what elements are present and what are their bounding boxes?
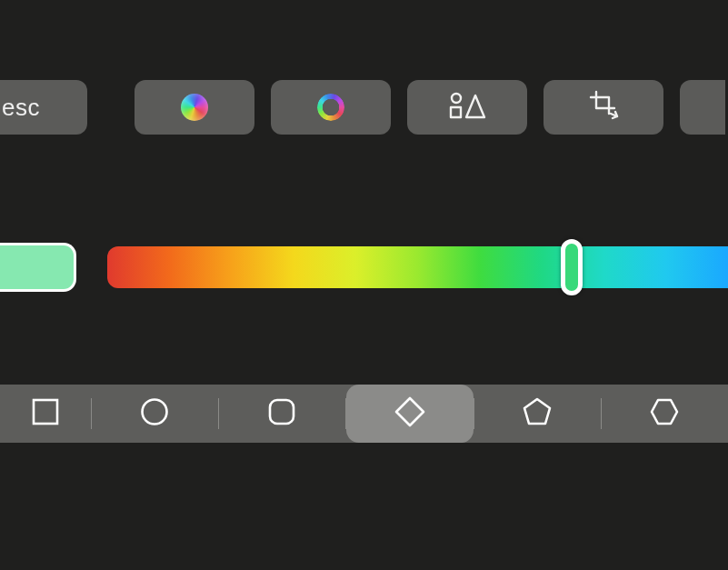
- shapes-button[interactable]: [407, 80, 527, 135]
- stroke-color-button[interactable]: [271, 80, 391, 135]
- hue-row: [0, 239, 728, 295]
- shapes-bar: [0, 385, 728, 443]
- shape-pentagon[interactable]: [474, 385, 601, 443]
- color-disc-icon: [181, 94, 208, 121]
- crop-icon: [587, 90, 620, 125]
- crop-button[interactable]: [544, 80, 663, 135]
- shape-rounded-square[interactable]: [218, 385, 345, 443]
- fill-color-button[interactable]: [135, 80, 254, 135]
- svg-point-3: [143, 400, 167, 425]
- rounded-square-icon: [267, 397, 296, 430]
- shapes-icon: [448, 91, 486, 124]
- shape-diamond[interactable]: [346, 385, 474, 443]
- square-icon: [31, 397, 60, 430]
- shape-square[interactable]: [0, 385, 91, 443]
- svg-rect-2: [34, 400, 57, 424]
- hue-slider-thumb[interactable]: [561, 239, 583, 295]
- svg-rect-1: [451, 107, 461, 117]
- svg-rect-4: [270, 400, 294, 424]
- more-button[interactable]: [680, 80, 725, 135]
- color-ring-icon: [317, 94, 344, 121]
- svg-point-0: [452, 94, 461, 103]
- hue-slider[interactable]: [107, 246, 728, 288]
- diamond-icon: [394, 395, 426, 432]
- shape-circle[interactable]: [91, 385, 218, 443]
- current-color-swatch[interactable]: [0, 243, 76, 292]
- esc-button[interactable]: esc: [0, 80, 87, 135]
- hexagon-icon: [649, 396, 680, 431]
- touchbar-toolbar: esc: [0, 80, 728, 135]
- shape-hexagon[interactable]: [601, 385, 728, 443]
- pentagon-icon: [522, 396, 553, 431]
- circle-icon: [140, 397, 169, 430]
